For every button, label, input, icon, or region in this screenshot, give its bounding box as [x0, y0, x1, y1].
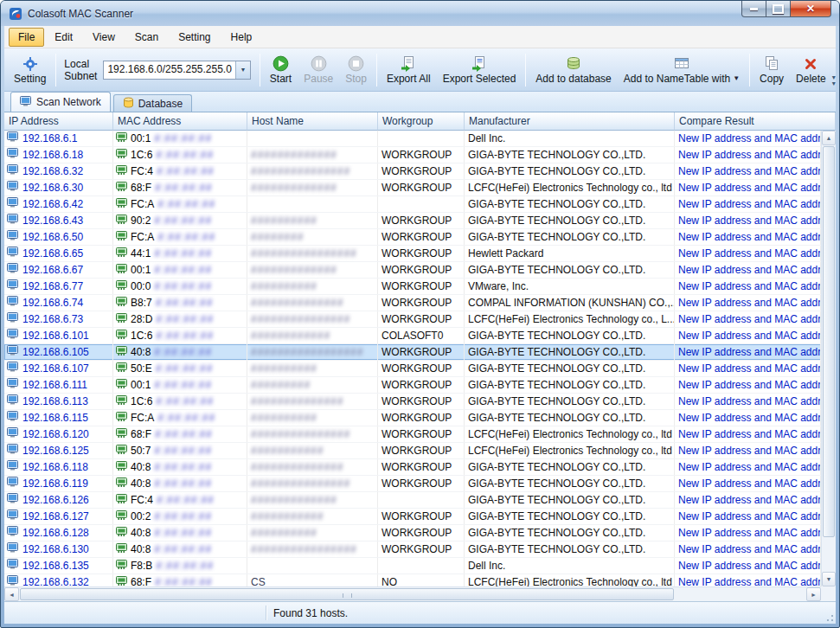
compare-result-cell: New IP address and MAC address	[675, 574, 821, 586]
table-row[interactable]: 192.168.6.67 00:1 #:##:##:## ###########…	[4, 262, 821, 279]
vertical-scrollbar[interactable]: ▲ ▼	[821, 131, 836, 586]
menu-item-view[interactable]: View	[83, 28, 125, 47]
scan-network-tab-icon	[20, 96, 32, 109]
column-header-workgroup[interactable]: Workgroup	[378, 112, 465, 131]
scroll-up-icon[interactable]: ▲	[822, 131, 836, 145]
hostname-cell: #############	[247, 147, 378, 163]
mac-address-prefix: 28:D	[131, 311, 152, 327]
horizontal-scrollbar[interactable]: ◄ ►	[4, 586, 821, 601]
computer-icon	[7, 410, 19, 426]
mac-address-redacted: #:##:##:##	[154, 476, 212, 491]
table-row[interactable]: 192.168.6.107 50:E #:##:##:## ##########…	[4, 361, 821, 377]
ip-cell: 192.168.6.127	[4, 509, 113, 524]
nic-icon	[116, 279, 128, 294]
hostname-redacted: ###############	[251, 165, 350, 177]
subnet-combobox[interactable]: 192.168.6.0/255.255.255.0 ▼	[103, 61, 250, 80]
menu-item-file[interactable]: File	[9, 28, 44, 47]
table-row[interactable]: 192.168.6.135 F8:B #:##:##:## Dell Inc. …	[4, 558, 821, 574]
tab-scan-network[interactable]: Scan Network	[10, 92, 111, 112]
menu-item-setting[interactable]: Setting	[169, 28, 220, 47]
workgroup-cell: WORKGROUP	[378, 147, 465, 163]
table-row[interactable]: 192.168.6.77 00:0 #:##:##:## ########## …	[4, 279, 821, 295]
table-row[interactable]: 192.168.6.1 00:1 #:##:##:## Dell Inc. Ne…	[4, 131, 821, 147]
ip-address: 192.168.6.126	[22, 492, 89, 508]
copy-button[interactable]: Copy	[753, 52, 790, 88]
table-row[interactable]: 192.168.6.73 28:D #:##:##:## ###########…	[4, 311, 821, 328]
mac-cell: 40:8 #:##:##:##	[113, 344, 247, 360]
table-row[interactable]: 192.168.6.127 00:2 #:##:##:## ##########…	[4, 509, 821, 525]
mac-cell: 90:2 #:##:##:##	[113, 213, 247, 228]
table-row[interactable]: 192.168.6.32 FC:4 #:##:##:## ###########…	[4, 163, 821, 180]
table-row[interactable]: 192.168.6.101 1C:6 #:##:##:## ##########…	[4, 328, 821, 344]
nic-icon	[116, 426, 128, 442]
mac-cell: B8:7 #:##:##:##	[113, 295, 247, 311]
minimize-icon	[750, 8, 758, 10]
table-row[interactable]: 192.168.6.115 FC:A #:##:##:## ##########…	[4, 410, 821, 426]
table-row[interactable]: 192.168.6.74 B8:7 #:##:##:## ###########…	[4, 295, 821, 311]
table-row[interactable]: 192.168.6.120 68:F #:##:##:## ##########…	[4, 426, 821, 443]
maximize-button[interactable]	[766, 1, 791, 17]
mac-address-prefix: 00:1	[131, 377, 151, 393]
add-to-nametable-button[interactable]: Add to NameTable with▼	[618, 52, 746, 88]
mac-address-redacted: #:##:##:##	[156, 295, 214, 311]
nic-icon	[116, 163, 128, 179]
table-row[interactable]: 192.168.6.128 40:8 #:##:##:## ##########…	[4, 525, 821, 541]
nic-icon	[116, 262, 128, 278]
table-row[interactable]: 192.168.6.113 1C:6 #:##:##:## ##########…	[4, 394, 821, 410]
close-button[interactable]: ✕	[791, 1, 831, 17]
scroll-left-icon[interactable]: ◄	[4, 587, 19, 601]
table-row[interactable]: 192.168.6.125 50:7 #:##:##:## ##########…	[4, 443, 821, 459]
column-header-ip[interactable]: IP Address	[4, 112, 113, 131]
table-body: 192.168.6.1 00:1 #:##:##:## Dell Inc. Ne…	[4, 131, 821, 586]
maximize-icon	[773, 4, 784, 14]
minimize-button[interactable]	[741, 1, 766, 17]
export-selected-button[interactable]: Export Selected	[437, 52, 523, 88]
vertical-scroll-thumb[interactable]	[823, 146, 835, 537]
mac-address-redacted: #:##:##:##	[156, 394, 214, 409]
table-row[interactable]: 192.168.6.42 FC:A #:##:##:## GIGA-BYTE T…	[4, 196, 821, 213]
export-all-button[interactable]: Export All	[381, 52, 437, 88]
toolbar-overflow-button[interactable]: ▾▾	[832, 52, 836, 88]
computer-icon	[7, 196, 19, 212]
menu-item-scan[interactable]: Scan	[125, 28, 168, 47]
table-row[interactable]: 192.168.6.30 68:F #:##:##:## ###########…	[4, 180, 821, 196]
mac-address-prefix: 1C:6	[131, 328, 152, 343]
workgroup-cell	[378, 558, 465, 574]
table-row[interactable]: 192.168.6.50 FC:A #:##:##:## ######## WO…	[4, 229, 821, 246]
nic-icon	[116, 344, 128, 360]
mac-address-redacted: #:##:##:##	[157, 196, 215, 212]
delete-button[interactable]: Delete	[790, 52, 832, 88]
table-row[interactable]: 192.168.6.65 44:1 #:##:##:## ###########…	[4, 246, 821, 262]
setting-button[interactable]: Setting	[8, 52, 52, 88]
titlebar[interactable]: Colasoft MAC Scanner ✕	[1, 1, 839, 26]
menu-item-help[interactable]: Help	[221, 28, 262, 47]
scroll-right-icon[interactable]: ►	[806, 587, 821, 601]
table-row[interactable]: 192.168.6.105 40:8 #:##:##:## ##########…	[4, 344, 821, 361]
add-to-database-button[interactable]: Add to database	[529, 52, 617, 88]
table-row[interactable]: 192.168.6.130 40:8 #:##:##:## ##########…	[4, 541, 821, 558]
table-row[interactable]: 192.168.6.126 FC:4 #:##:##:## ##########…	[4, 492, 821, 509]
ip-address: 192.168.6.115	[22, 410, 88, 426]
ip-cell: 192.168.6.1	[4, 131, 113, 146]
column-header-mac[interactable]: MAC Address	[113, 112, 247, 131]
table-row[interactable]: 192.168.6.132 68:F #:##:##:## CS NO LCFC…	[4, 574, 821, 586]
column-header-hostname[interactable]: Host Name	[247, 112, 378, 131]
combo-dropdown-icon[interactable]: ▼	[235, 61, 250, 79]
pause-button[interactable]: Pause	[298, 52, 339, 88]
start-button[interactable]: Start	[264, 52, 298, 88]
column-header-manufacturer[interactable]: Manufacturer	[465, 112, 675, 131]
stop-button[interactable]: Stop	[339, 52, 373, 88]
column-header-compare[interactable]: Compare Result	[675, 112, 836, 131]
scroll-down-icon[interactable]: ▼	[822, 572, 836, 586]
tab-database[interactable]: Database	[113, 94, 192, 112]
table-row[interactable]: 192.168.6.119 40:8 #:##:##:## ##########…	[4, 476, 821, 492]
table-row[interactable]: 192.168.6.18 1C:6 #:##:##:## ###########…	[4, 147, 821, 163]
hostname-cell: ###########	[247, 509, 378, 524]
table-row[interactable]: 192.168.6.118 40:8 #:##:##:## ##########…	[4, 459, 821, 476]
menu-item-edit[interactable]: Edit	[45, 28, 82, 47]
table-row[interactable]: 192.168.6.111 00:1 #:##:##:## ######### …	[4, 377, 821, 394]
table-row[interactable]: 192.168.6.43 90:2 #:##:##:## ########## …	[4, 213, 821, 229]
resize-grip[interactable]	[824, 612, 834, 622]
compare-result-cell: New IP address and MAC address	[675, 459, 821, 475]
horizontal-scroll-thumb[interactable]	[20, 588, 674, 600]
